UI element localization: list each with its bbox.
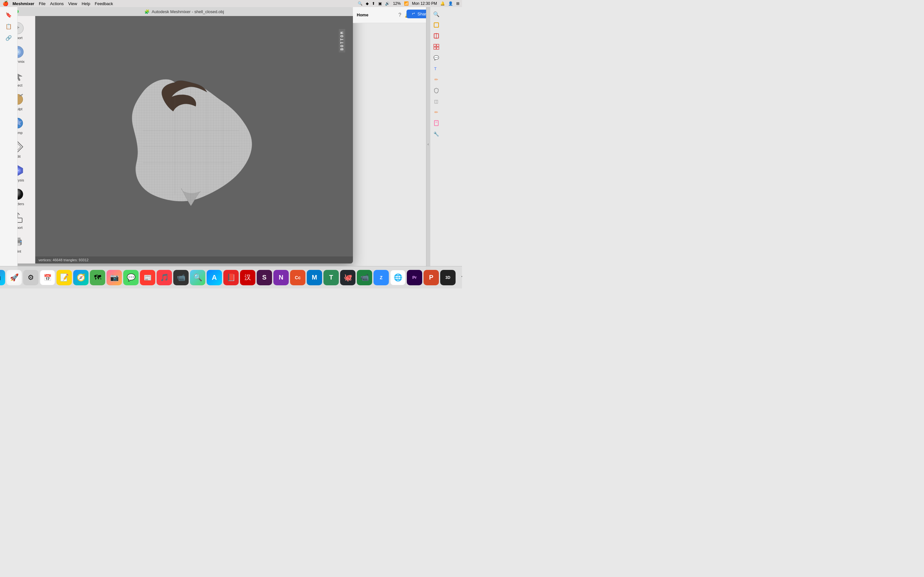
- right-stamp-icon[interactable]: ◫: [432, 97, 441, 106]
- right-pencil-icon[interactable]: ✏: [432, 108, 441, 117]
- right-transform-icon[interactable]: [432, 31, 441, 40]
- menubar: 🍎 Meshmixer File Actions View Help Feedb…: [0, 0, 462, 7]
- dock-slack[interactable]: S: [257, 270, 272, 285]
- right-zoom-icon[interactable]: 🔍: [432, 10, 441, 19]
- svg-rect-33: [434, 44, 436, 47]
- dock-maps[interactable]: 🗺: [90, 270, 105, 285]
- svg-rect-36: [437, 47, 439, 49]
- title-icon: 🧩: [144, 9, 150, 14]
- svg-text:T: T: [434, 66, 437, 71]
- home-link-icon[interactable]: 🔗: [3, 33, 14, 43]
- collapse-arrow[interactable]: ‹: [426, 7, 430, 282]
- menu-file[interactable]: File: [39, 1, 45, 6]
- menubar-volume: 🔊: [385, 1, 390, 6]
- dock-powerpoint[interactable]: P: [423, 270, 439, 285]
- dock-search[interactable]: 🔍: [190, 270, 205, 285]
- bottom-watermark: BOTTOM: [339, 29, 345, 52]
- home-bookmark-icon[interactable]: 🔖: [3, 10, 14, 20]
- home-panel: 🔖 📋 🔗: [0, 7, 18, 282]
- app-name[interactable]: Meshmixer: [13, 1, 34, 6]
- dock-safari[interactable]: 🧭: [73, 270, 89, 285]
- dock-launchpad[interactable]: 🚀: [6, 270, 22, 285]
- main-window: 🧩 Autodesk Meshmixer - shell_closed.obj …: [0, 7, 353, 263]
- menubar-right: 🔍 ◆ ⬆ ▣ 🔊 12% 📶 Mon 12:30 PM 🔔 👤 ⊞: [358, 1, 459, 6]
- right-translate-icon[interactable]: T: [432, 64, 441, 73]
- menubar-search-icon[interactable]: 🔍: [358, 1, 363, 6]
- dock-messages[interactable]: 💬: [123, 270, 139, 285]
- status-text: vertices: 46648 triangles: 93312: [39, 258, 89, 262]
- menubar-battery-pct: 12%: [393, 1, 401, 6]
- dock-music[interactable]: 🎵: [157, 270, 172, 285]
- menu-view[interactable]: View: [68, 1, 78, 6]
- dock-zoom[interactable]: Z: [373, 270, 389, 285]
- menu-help[interactable]: Help: [81, 1, 90, 6]
- dock-finder[interactable]: 🗂: [0, 270, 5, 285]
- menubar-upload: ⬆: [372, 1, 375, 6]
- canvas-area[interactable]: BOTTOM: [35, 16, 353, 263]
- dock-appstore[interactable]: A: [207, 270, 222, 285]
- menu-actions[interactable]: Actions: [50, 1, 64, 6]
- svg-rect-35: [434, 47, 436, 49]
- menubar-dropbox: ◆: [366, 1, 368, 6]
- home-copy-icon[interactable]: 📋: [3, 21, 14, 31]
- right-icons-panel: 🔍 💬 T ✏ ◫ ✏ 🔧: [430, 7, 442, 282]
- right-edit-icon[interactable]: ✏: [432, 75, 441, 84]
- dock-creativecloud[interactable]: Cc: [290, 270, 305, 285]
- dock-calendar[interactable]: 📅: [40, 270, 55, 285]
- svg-rect-34: [437, 44, 439, 47]
- dock-github[interactable]: 🐙: [340, 270, 355, 285]
- window-title: 🧩 Autodesk Meshmixer - shell_closed.obj: [19, 9, 350, 14]
- right-select-icon[interactable]: [432, 21, 441, 29]
- svg-rect-38: [435, 121, 438, 126]
- dock-facetime2[interactable]: 📹: [357, 270, 372, 285]
- dock-news[interactable]: 📰: [140, 270, 155, 285]
- dock-texpad[interactable]: T: [323, 270, 339, 285]
- dock: 🗂 🚀 ⚙ 📅 📝 🧭 🗺 📷 💬 📰 🎵 📹 🔍 A 📕 汉 S N Cc M…: [0, 266, 462, 288]
- dock-facetime[interactable]: 📹: [173, 270, 189, 285]
- dock-notes[interactable]: 📝: [57, 270, 72, 285]
- home-label[interactable]: Home: [357, 13, 368, 17]
- menubar-avatar: 👤: [448, 1, 453, 6]
- right-shield-icon[interactable]: [432, 86, 441, 95]
- menubar-clock: Mon 12:30 PM: [412, 1, 437, 6]
- app-content: + Import Meshmix: [0, 16, 353, 263]
- dock-mindmap[interactable]: M: [307, 270, 322, 285]
- right-grid-icon[interactable]: [432, 42, 441, 51]
- right-doc-icon[interactable]: [432, 119, 441, 127]
- menu-feedback[interactable]: Feedback: [95, 1, 113, 6]
- dock-shapr3d[interactable]: 3D: [440, 270, 456, 285]
- dock-sysprefs[interactable]: ⚙: [23, 270, 39, 285]
- title-text: Autodesk Meshmixer - shell_closed.obj: [152, 9, 224, 14]
- dock-onenote[interactable]: N: [273, 270, 289, 285]
- dock-photos[interactable]: 📷: [107, 270, 122, 285]
- menubar-grid: ⊞: [456, 1, 459, 6]
- right-wrench-icon[interactable]: 🔧: [432, 129, 441, 139]
- dock-trash[interactable]: 🗑: [457, 270, 462, 285]
- apple-menu[interactable]: 🍎: [3, 1, 9, 6]
- titlebar: 🧩 Autodesk Meshmixer - shell_closed.obj: [0, 7, 353, 16]
- 3d-mesh-viewport[interactable]: [111, 66, 271, 207]
- dock-hanzi[interactable]: 汉: [240, 270, 255, 285]
- right-comment-icon[interactable]: 💬: [432, 53, 441, 62]
- menubar-battery-icon: ▣: [378, 1, 382, 6]
- svg-rect-30: [434, 23, 439, 27]
- dock-chrome[interactable]: 🌐: [390, 270, 405, 285]
- dock-acrobat[interactable]: 📕: [223, 270, 239, 285]
- menubar-notifications[interactable]: 🔔: [440, 1, 445, 6]
- svg-rect-22: [20, 241, 21, 242]
- menubar-wifi: 📶: [404, 1, 409, 6]
- dock-premiere[interactable]: Pr: [407, 270, 422, 285]
- status-bar: vertices: 46648 triangles: 93312: [35, 256, 353, 263]
